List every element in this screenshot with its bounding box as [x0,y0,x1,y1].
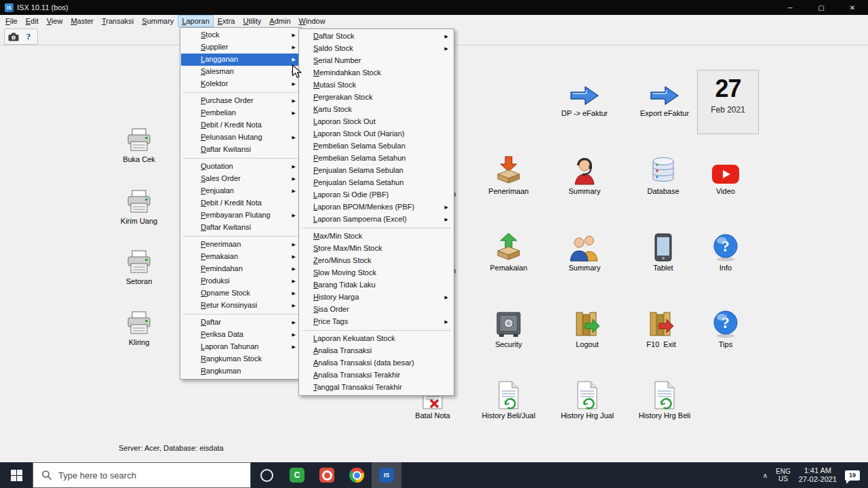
menubar-item-admin[interactable]: Admin [265,15,294,27]
menu-item-analisa-transaksi-terakhir[interactable]: Analisa Transaksi Terakhir [300,369,453,382]
menu-item-zero-minus-stock[interactable]: Zero/Minus Stock [300,255,453,267]
menu-item-pergerakan-stock[interactable]: Pergerakan Stock [300,92,453,104]
desktop-icon-buka-cek[interactable]: Buka Cek [102,122,176,163]
desktop-icon-summary[interactable]: Summary [547,154,622,195]
menu-item-laporan-stock-out[interactable]: Laporan Stock Out [300,116,453,128]
calendar-widget[interactable]: 27 Feb 2021 [697,70,759,134]
taskbar-app-red-recorder-icon[interactable] [312,462,342,488]
menu-item-penjualan-selama-setahun[interactable]: Penjualan Selama Setahun [300,177,453,189]
notification-button[interactable]: 19 [845,470,860,481]
desktop-icon-history-hrg-beli[interactable]: History Hrg Beli [627,378,702,420]
maximize-button[interactable]: ▢ [806,0,837,15]
menu-item-laporan-bpom-menkes-pbf[interactable]: Laporan BPOM/Menkes (PBF)▶ [300,201,453,214]
menubar-item-transaksi[interactable]: Transaksi [98,15,138,27]
cortana-button[interactable] [251,462,282,488]
menu-item-laporan-si-odie-pbf[interactable]: Laporan Si Odie (PBF) [300,189,453,201]
desktop-icon-summary[interactable]: Summary [547,230,622,272]
desktop-icon-history-beli-jual[interactable]: History Beli/Jual [471,378,546,420]
desktop-icon-export-efaktur[interactable]: Export eFaktur [627,76,702,117]
desktop-icon-video[interactable]: Video [688,154,763,195]
menu-item-daftar-stock[interactable]: Daftar Stock▶ [300,30,453,43]
menu-item-pembelian[interactable]: Pembelian▶ [181,107,300,119]
menu-item-analisa-transaksi-data-besar[interactable]: Analisa Transaksi (data besar) [300,357,453,369]
menu-item-periksa-data[interactable]: Periksa Data▶ [181,329,300,341]
menu-item-pembelian-selama-sebulan[interactable]: Pembelian Selama Sebulan [300,140,453,152]
menu-item-produksi[interactable]: Produksi▶ [181,275,300,287]
desktop-icon-tips[interactable]: ?Tips [688,307,763,348]
menu-item-salesman[interactable]: Salesman▶ [181,66,300,78]
menu-item-penjualan-selama-sebulan[interactable]: Penjualan Selama Sebulan [300,165,453,177]
menu-item-pelunasan-hutang[interactable]: Pelunasan Hutang▶ [181,131,300,144]
menu-item-retur-konsinyasi[interactable]: Retur Konsinyasi▶ [181,300,300,312]
desktop-icon-history-hrg-jual[interactable]: History Hrg Jual [550,378,625,420]
taskbar-clock[interactable]: 1:41 AM 27-02-2021 [799,466,837,484]
menu-item-max-min-stock[interactable]: Max/Min Stock [300,230,453,243]
menu-item-stock[interactable]: Stock▶ [181,29,300,41]
desktop-icon-kirim-uang[interactable]: Kirim Uang [102,184,176,225]
taskbar-app-isx-app-icon[interactable]: IS [372,462,401,488]
menubar-item-window[interactable]: Window [295,15,330,27]
menu-item-pembayaran-piutang[interactable]: Pembayaran Piutang▶ [181,209,300,222]
menu-item-history-harga[interactable]: History Harga▶ [300,291,453,304]
menu-item-debit-kredit-nota[interactable]: Debit / Kredit Nota [181,119,300,131]
menu-item-daftar[interactable]: Daftar▶ [181,317,300,329]
menu-item-price-tags[interactable]: Price Tags▶ [300,316,453,328]
menu-item-penjualan[interactable]: Penjualan▶ [181,185,300,197]
menubar-item-laporan[interactable]: Laporan [178,15,213,27]
menu-item-slow-moving-stock[interactable]: Slow Moving Stock [300,267,453,279]
menu-item-analisa-transaksi[interactable]: Analisa Transaksi [300,345,453,357]
menu-item-supplier[interactable]: Supplier▶ [181,41,300,54]
menu-item-laporan-sampoerna-excel[interactable]: Laporan Sampoerna (Excel)▶ [300,214,453,226]
menu-item-kartu-stock[interactable]: Kartu Stock [300,104,453,116]
menu-item-tanggal-transaksi-terakhir[interactable]: Tanggal Transaksi Terakhir [300,382,453,394]
desktop-icon-logout[interactable]: Logout [550,307,625,348]
menu-item-sisa-order[interactable]: Sisa Order [300,304,453,316]
tray-chevron-icon[interactable]: ∧ [763,472,768,479]
desktop-icon-f10-exit[interactable]: F10 Exit [624,307,698,348]
desktop-icon-penerimaan[interactable]: Penerimaan [471,154,546,195]
menu-item-sales-order[interactable]: Sales Order▶ [181,173,300,185]
language-indicator[interactable]: ENG US [776,468,791,483]
taskbar-search[interactable]: Type here to search [33,462,251,488]
menu-item-penerimaan[interactable]: Penerimaan▶ [181,239,300,251]
menu-item-laporan-stock-out-harian[interactable]: Laporan Stock Out (Harian) [300,128,453,140]
menu-item-pembelian-selama-setahun[interactable]: Pembelian Selama Setahun [300,152,453,165]
menu-item-kolektor[interactable]: Kolektor▶ [181,78,300,90]
desktop-icon-info[interactable]: ?Info [688,230,763,272]
menu-item-daftar-kwitansi[interactable]: Daftar Kwitansi [181,144,300,156]
desktop-icon-kliring[interactable]: Kliring [102,305,176,346]
menu-item-daftar-kwitansi[interactable]: Daftar Kwitansi [181,222,300,234]
toolbar-help-button[interactable]: ? [22,30,35,43]
menubar-item-file[interactable]: File [1,15,22,27]
desktop-icon-pemakaian[interactable]: Pemakaian [471,230,546,272]
desktop-icon-setoran[interactable]: Setoran [102,244,176,285]
taskbar-app-chrome-icon[interactable] [342,462,372,488]
start-button[interactable] [0,462,33,488]
menu-item-rangkuman[interactable]: Rangkuman [181,365,300,378]
menu-item-rangkuman-stock[interactable]: Rangkuman Stock [181,353,300,365]
menu-item-pemindahan[interactable]: Pemindahan▶ [181,263,300,275]
menu-item-serial-number[interactable]: Serial Number [300,55,453,67]
menu-item-opname-stock[interactable]: Opname Stock▶ [181,287,300,300]
menu-item-saldo-stock[interactable]: Saldo Stock▶ [300,43,453,55]
taskbar-app-green-app-icon[interactable]: C [282,462,312,488]
close-button[interactable]: ✕ [837,0,868,15]
menu-item-barang-tidak-laku[interactable]: Barang Tidak Laku [300,279,453,291]
menubar-item-summary[interactable]: Summary [138,15,178,27]
minimize-button[interactable]: ─ [774,0,806,15]
menu-item-langganan[interactable]: Langganan▶ [181,54,300,66]
menubar-item-utility[interactable]: Utility [239,15,265,27]
menu-item-purchase-order[interactable]: Purchase Order▶ [181,95,300,107]
menu-item-quotation[interactable]: Quotation▶ [181,161,300,173]
menu-item-mutasi-stock[interactable]: Mutasi Stock [300,79,453,92]
menu-item-store-max-min-stock[interactable]: Store Max/Min Stock [300,243,453,255]
desktop-icon-dp-efaktur[interactable]: DP -> eFaktur [547,76,622,117]
desktop-icon-security[interactable]: Security [471,307,546,348]
menu-item-debit-kredit-nota[interactable]: Debit / Kredit Nota [181,197,300,209]
menubar-item-extra[interactable]: Extra [214,15,239,27]
menu-item-laporan-tahunan[interactable]: Laporan Tahunan▶ [181,341,300,353]
menubar-item-view[interactable]: View [43,15,67,27]
toolbar-camera-button[interactable] [7,30,20,43]
menu-item-laporan-kekuatan-stock[interactable]: Laporan Kekuatan Stock [300,333,453,345]
menubar-item-master[interactable]: Master [66,15,98,27]
